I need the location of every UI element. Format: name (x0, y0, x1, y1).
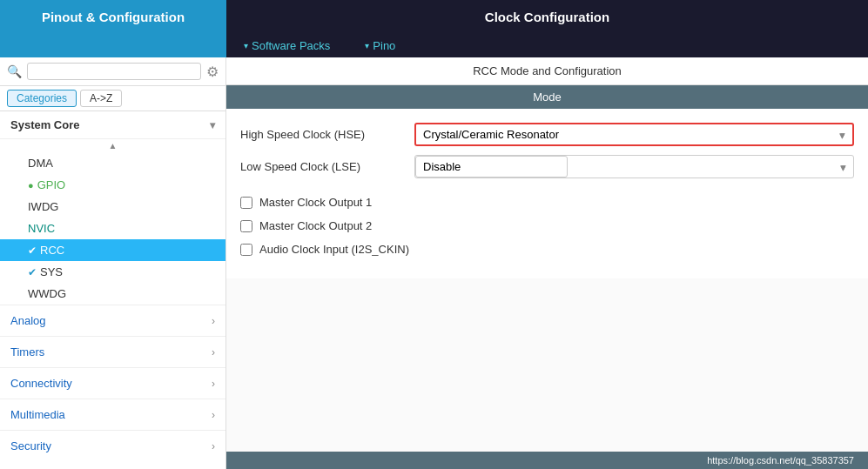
expand-indicator: ▲ (0, 139, 225, 152)
hse-dropdown-arrow: ▾ (840, 129, 845, 140)
hse-row: High Speed Clock (HSE) Crystal/Ceramic R… (240, 123, 854, 146)
system-core-header[interactable]: System Core ▾ (0, 111, 225, 139)
analog-label: Analog (10, 314, 45, 327)
software-packs-label: Software Packs (252, 39, 330, 52)
audio-clock-input-label: Audio Clock Input (I2S_CKIN) (259, 243, 409, 256)
master-clock-output-2-row: Master Clock Output 2 (240, 218, 854, 234)
pino-label: Pino (373, 39, 395, 52)
software-packs-menu[interactable]: ▾ Software Packs (226, 39, 347, 52)
lse-label: Low Speed Clock (LSE) (240, 160, 414, 173)
chevron-down-icon-system: ▾ (210, 119, 215, 131)
filter-tabs: Categories A->Z (0, 86, 225, 111)
gear-icon[interactable]: ⚙ (206, 64, 219, 80)
chevron-right-icon-timers: › (212, 346, 215, 358)
tab-categories[interactable]: Categories (7, 90, 77, 107)
main-layout: 🔍 ⚙ Categories A->Z System Core ▾ ▲ DMA … (0, 57, 868, 469)
master-clock-output-2-label: Master Clock Output 2 (259, 219, 372, 232)
audio-clock-input-checkbox[interactable] (240, 244, 252, 256)
config-form: High Speed Clock (HSE) Crystal/Ceramic R… (226, 109, 868, 278)
system-core-section: System Core ▾ ▲ DMA ● GPIO IWDG (0, 111, 225, 305)
sub-header: ▾ Software Packs ▾ Pino (0, 33, 868, 57)
sidebar-item-nvic[interactable]: NVIC (0, 218, 225, 239)
pino-menu[interactable]: ▾ Pino (347, 39, 413, 52)
check-icon-rcc: ✔ (28, 245, 37, 257)
lse-select[interactable]: Disable Crystal/Ceramic Resonator BYPASS… (415, 156, 568, 178)
dma-label: DMA (28, 157, 53, 170)
hse-select[interactable]: Crystal/Ceramic Resonator Disable BYPASS… (416, 124, 567, 144)
tab-atoz[interactable]: A->Z (80, 90, 122, 107)
sidebar-item-security[interactable]: Security › (0, 430, 225, 461)
master-clock-output-1-label: Master Clock Output 1 (259, 196, 372, 209)
sidebar-item-rcc[interactable]: ✔ RCC (0, 239, 225, 261)
connectivity-label: Connectivity (10, 377, 72, 390)
lse-dropdown-arrow: ▾ (841, 161, 846, 172)
master-clock-output-1-row: Master Clock Output 1 (240, 194, 854, 211)
sub-header-spacer (0, 33, 226, 57)
lse-row: Low Speed Clock (LSE) Disable Crystal/Ce… (240, 155, 854, 178)
check-icon-sys: ✔ (28, 266, 37, 278)
chevron-right-icon-analog: › (212, 315, 215, 327)
bottom-url: https://blog.csdn.net/qq_35837357 (707, 455, 854, 466)
system-core-items: DMA ● GPIO IWDG NVIC ✔ RCC ✔ (0, 152, 225, 305)
gpio-color-indicator: ● (28, 180, 34, 191)
search-icon: 🔍 (7, 64, 22, 78)
search-input[interactable] (27, 63, 201, 80)
system-core-label: System Core (10, 118, 79, 131)
content-area: RCC Mode and Configuration Mode High Spe… (226, 57, 868, 469)
master-clock-output-1-checkbox[interactable] (240, 197, 252, 209)
content-title: RCC Mode and Configuration (226, 57, 868, 85)
sidebar-item-wwdg[interactable]: WWDG (0, 283, 225, 305)
audio-clock-input-row: Audio Clock Input (I2S_CKIN) (240, 241, 854, 258)
top-header: Pinout & Configuration Clock Configurati… (0, 0, 868, 33)
master-clock-output-2-checkbox[interactable] (240, 220, 252, 232)
sidebar-item-dma[interactable]: DMA (0, 152, 225, 174)
bottom-bar: https://blog.csdn.net/qq_35837357 (226, 452, 868, 469)
hse-select-wrapper: Crystal/Ceramic Resonator Disable BYPASS… (414, 123, 854, 146)
gpio-label: GPIO (37, 178, 66, 191)
chevron-down-icon: ▾ (244, 41, 248, 50)
chevron-down-icon-2: ▾ (365, 41, 369, 50)
sidebar-item-iwdg[interactable]: IWDG (0, 196, 225, 218)
multimedia-label: Multimedia (10, 408, 65, 421)
sidebar-item-analog[interactable]: Analog › (0, 305, 225, 336)
sidebar-item-multimedia[interactable]: Multimedia › (0, 399, 225, 430)
rcc-label: RCC (40, 244, 64, 257)
sidebar: 🔍 ⚙ Categories A->Z System Core ▾ ▲ DMA … (0, 57, 226, 469)
spacer (240, 187, 854, 194)
hse-label: High Speed Clock (HSE) (240, 128, 414, 141)
timers-label: Timers (10, 345, 44, 358)
sys-label: SYS (40, 265, 63, 278)
sidebar-item-sys[interactable]: ✔ SYS (0, 261, 225, 283)
chevron-right-icon-multimedia: › (212, 409, 215, 421)
pinout-config-title[interactable]: Pinout & Configuration (0, 0, 226, 33)
expand-arrow: ▲ (109, 141, 118, 151)
sub-header-items: ▾ Software Packs ▾ Pino (226, 33, 868, 57)
wwdg-label: WWDG (28, 287, 66, 300)
nvic-label: NVIC (28, 222, 55, 235)
sidebar-item-connectivity[interactable]: Connectivity › (0, 367, 225, 399)
search-bar: 🔍 ⚙ (0, 57, 225, 86)
sidebar-item-gpio[interactable]: ● GPIO (0, 174, 225, 196)
chevron-right-icon-connectivity: › (212, 378, 215, 390)
clock-config-title: Clock Configuration (226, 0, 868, 33)
iwdg-label: IWDG (28, 200, 58, 213)
security-label: Security (10, 439, 51, 452)
sidebar-item-timers[interactable]: Timers › (0, 336, 225, 367)
lse-select-wrapper: Disable Crystal/Ceramic Resonator BYPASS… (414, 155, 854, 178)
mode-header: Mode (226, 85, 868, 109)
chevron-right-icon-security: › (212, 440, 215, 452)
